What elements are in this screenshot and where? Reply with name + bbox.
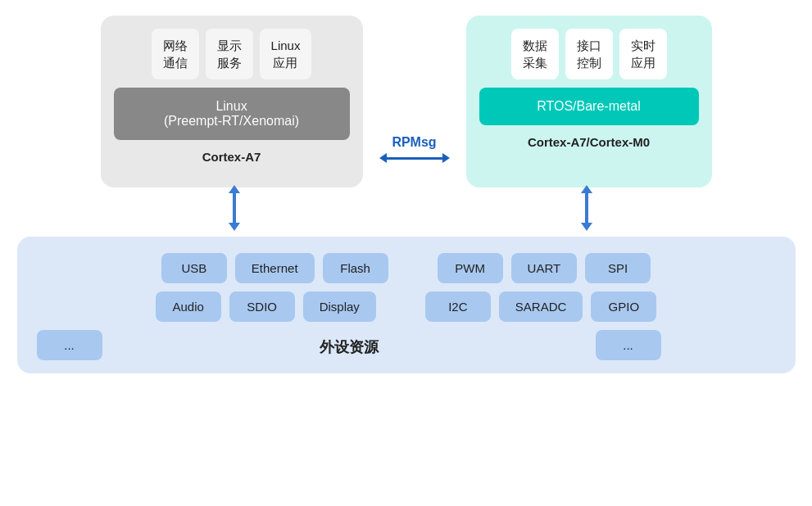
right-arrow-container <box>464 187 710 228</box>
linux-apps-row: 网络 通信 显示 服务 Linux 应用 <box>152 29 312 79</box>
peripheral-row-3: ... 外设资源 ... <box>37 330 776 360</box>
left-arrow-container <box>103 187 365 228</box>
app-chip-linux-app: Linux 应用 <box>260 29 312 79</box>
peripheral-display: Display <box>303 291 376 322</box>
peripheral-uart: UART <box>511 253 578 283</box>
linux-label: Cortex-A7 <box>202 150 261 164</box>
peripheral-box: USB Ethernet Flash PWM UART SPI Audio SD… <box>17 237 796 373</box>
peripheral-dots-left: ... <box>37 330 102 360</box>
linux-processor-box: 网络 通信 显示 服务 Linux 应用 Linux(Preempt-RT/Xe… <box>101 16 363 187</box>
peripheral-dots-right: ... <box>596 330 661 360</box>
peripheral-ethernet: Ethernet <box>235 253 315 283</box>
rpmsg-label: RPMsg <box>392 135 436 150</box>
peripheral-i2c: I2C <box>425 291 491 322</box>
linux-os-block: Linux(Preempt-RT/Xenomai) <box>114 88 350 140</box>
peripheral-section-label: 外设资源 <box>320 337 379 357</box>
row-gap-1 <box>397 253 429 283</box>
app-chip-display: 显示 服务 <box>206 29 253 79</box>
rtos-column: 数据 采集 接口 控制 实时 应用 RTOS/Bare-metal Cortex… <box>466 16 712 187</box>
app-chip-data: 数据 采集 <box>511 29 559 79</box>
app-chip-network: 网络 通信 <box>152 29 199 79</box>
rtos-apps-row: 数据 采集 接口 控制 实时 应用 <box>511 29 667 79</box>
left-double-arrow <box>233 192 236 224</box>
rpmsg-arrow <box>379 153 450 163</box>
arrow-right-head <box>442 153 450 163</box>
peripheral-label-container: 外设资源 <box>111 334 587 357</box>
peripheral-audio: Audio <box>156 291 221 322</box>
app-chip-interface: 接口 控制 <box>565 29 613 79</box>
peripheral-usb: USB <box>161 253 227 283</box>
middle-spacer <box>365 187 464 228</box>
row-gap-2 <box>384 291 417 322</box>
rtos-label: Cortex-A7/Cortex-M0 <box>528 135 650 149</box>
arrows-row <box>17 187 796 228</box>
rpmsg-connector: RPMsg <box>363 135 466 187</box>
right-double-arrow <box>585 192 588 224</box>
app-chip-realtime: 实时 应用 <box>619 29 667 79</box>
peripheral-spi: SPI <box>585 253 651 283</box>
peripheral-sdio: SDIO <box>229 291 295 322</box>
peripheral-row-2: Audio SDIO Display I2C SARADC GPIO <box>37 291 776 322</box>
linux-column: 网络 通信 显示 服务 Linux 应用 Linux(Preempt-RT/Xe… <box>101 16 363 187</box>
peripheral-row-1: USB Ethernet Flash PWM UART SPI <box>37 253 776 283</box>
peripheral-saradc: SARADC <box>499 291 583 322</box>
peripheral-flash: Flash <box>323 253 388 283</box>
rtos-os-block: RTOS/Bare-metal <box>479 88 699 125</box>
peripheral-gpio: GPIO <box>591 291 656 322</box>
peripheral-pwm: PWM <box>438 253 503 283</box>
rtos-processor-box: 数据 采集 接口 控制 实时 应用 RTOS/Bare-metal Cortex… <box>466 16 712 187</box>
architecture-diagram: 网络 通信 显示 服务 Linux 应用 Linux(Preempt-RT/Xe… <box>17 16 796 490</box>
arrow-line <box>386 157 443 160</box>
